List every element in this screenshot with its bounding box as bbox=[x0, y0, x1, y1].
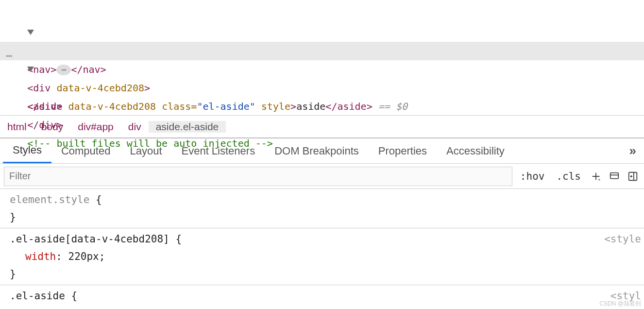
styles-tabs: Styles Computed Layout Event Listeners D… bbox=[0, 138, 644, 164]
dom-line[interactable]: <nav>⋯</nav> bbox=[0, 5, 644, 23]
tab-dom-breakpoints[interactable]: DOM Breakpoints bbox=[265, 138, 369, 163]
device-icon[interactable] bbox=[607, 171, 622, 182]
css-rule[interactable]: element.style { } bbox=[0, 189, 644, 228]
dom-line[interactable]: <div data-v-4cebd208> bbox=[0, 23, 644, 42]
tab-accessibility[interactable]: Accessibility bbox=[437, 138, 514, 163]
breadcrumb-item[interactable]: div bbox=[121, 121, 149, 133]
watermark: CSDN @我看刑 bbox=[599, 300, 641, 307]
breadcrumb-item[interactable]: body bbox=[34, 121, 71, 133]
breadcrumb-item[interactable]: div#app bbox=[70, 121, 121, 133]
tab-computed[interactable]: Computed bbox=[51, 138, 120, 163]
plus-icon[interactable] bbox=[589, 171, 603, 182]
selector: .el-aside bbox=[10, 290, 65, 302]
source-link[interactable]: <style bbox=[604, 230, 641, 248]
css-property[interactable]: width bbox=[10, 251, 56, 262]
ellipsis-icon[interactable]: ⋯ bbox=[56, 65, 71, 75]
selected-ref: == $0 bbox=[373, 101, 407, 112]
tab-event-listeners[interactable]: Event Listeners bbox=[172, 138, 265, 163]
chevron-more-icon[interactable]: » bbox=[625, 143, 641, 158]
css-rule[interactable]: <style .el-aside[data-v-4cebd208] { widt… bbox=[0, 228, 644, 285]
ellipsis-icon: ⋯ bbox=[6, 47, 13, 65]
tab-properties[interactable]: Properties bbox=[369, 138, 437, 163]
chevron-down-icon[interactable] bbox=[27, 67, 34, 72]
cls-button[interactable]: .cls bbox=[552, 171, 585, 182]
breadcrumb-item-active[interactable]: aside.el-aside bbox=[149, 121, 226, 133]
svg-rect-0 bbox=[610, 172, 619, 178]
tab-styles[interactable]: Styles bbox=[3, 138, 51, 163]
hov-button[interactable]: :hov bbox=[516, 171, 549, 182]
styles-filter-bar: :hov .cls bbox=[0, 164, 644, 189]
tab-layout[interactable]: Layout bbox=[120, 138, 171, 163]
css-value[interactable]: 220px bbox=[68, 251, 99, 262]
dom-line[interactable]: <div id="app"> bbox=[0, 0, 644, 5]
selector: element.style bbox=[10, 194, 89, 206]
styles-rules-panel: element.style { } <style .el-aside[data-… bbox=[0, 189, 644, 307]
dom-tree-panel: <div id="app"> <nav>⋯</nav> <div data-v-… bbox=[0, 0, 644, 116]
css-rule[interactable]: <styl .el-aside { bbox=[0, 285, 644, 307]
panel-icon[interactable] bbox=[626, 171, 640, 182]
styles-filter-input[interactable] bbox=[4, 167, 512, 186]
dom-line-selected[interactable]: ⋯ <aside data-v-4cebd208 class="el-aside… bbox=[0, 42, 644, 60]
selector: .el-aside[data-v-4cebd208] bbox=[10, 233, 169, 245]
